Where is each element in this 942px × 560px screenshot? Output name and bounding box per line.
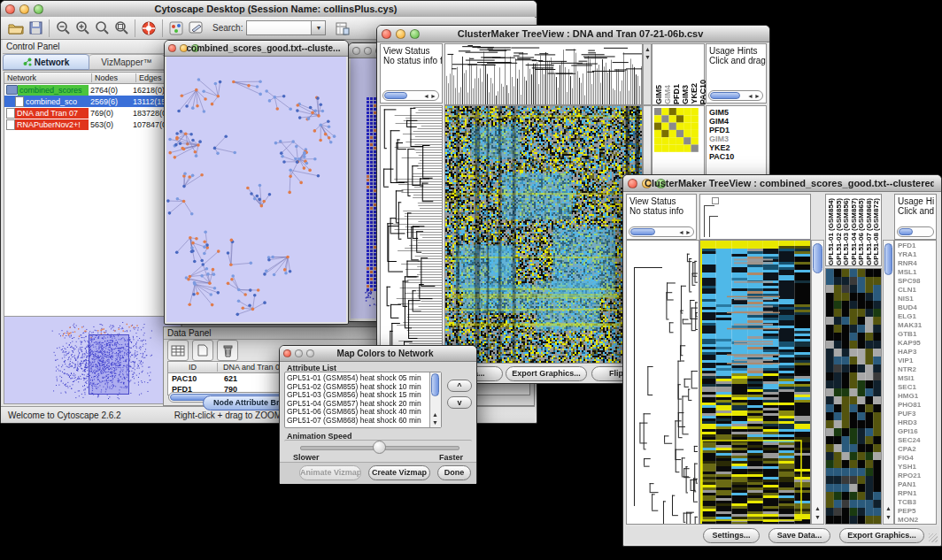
treeview1-column-dendrogram[interactable] — [444, 43, 643, 105]
treeview2-hints-scrollbar[interactable] — [897, 226, 934, 237]
attribute-list-item[interactable]: GPL51-04 (GSM857) heat shock 20 min — [287, 400, 429, 409]
scroll-down-icon[interactable]: ▼ — [645, 53, 651, 62]
gene-label[interactable]: HRD3 — [898, 418, 936, 427]
gene-label[interactable]: RPO21 — [898, 472, 936, 480]
gene-label[interactable]: NIS1 — [898, 295, 936, 303]
treeview1-mini-scroll[interactable]: ▲ ▼ — [643, 43, 652, 105]
gene-label[interactable]: PFD1 — [709, 126, 766, 134]
attribute-list-item[interactable]: GPL51-06 (GSM865) heat shock 40 min — [287, 408, 429, 417]
gene-label[interactable]: YRA1 — [898, 250, 936, 259]
minimize-icon[interactable] — [364, 47, 372, 55]
main-titlebar[interactable]: Cytoscape Desktop (Session Name: collins… — [1, 1, 537, 18]
treeview2-titlebar[interactable]: ClusterMaker TreeView : combined_scores_… — [623, 175, 941, 192]
scroll-down-icon[interactable]: ▼ — [432, 418, 438, 427]
scroll-up-icon[interactable]: ▲ — [885, 504, 892, 513]
birdseye-view[interactable] — [4, 316, 181, 404]
attribute-list-item[interactable]: GPL51-01 (GSM854) heat shock 05 min — [287, 374, 429, 383]
network-table-row[interactable]: combined_scores 2764(0) 16218(0) — [4, 84, 180, 96]
new-attribute-icon[interactable] — [192, 340, 213, 361]
animate-vizmap-button[interactable]: Animate Vizmap — [299, 465, 361, 480]
help-icon[interactable] — [139, 19, 158, 38]
dialog-titlebar[interactable]: Map Colors to Network — [280, 346, 476, 362]
network-table-row[interactable]: combined_sco 2569(6) 13112(15) — [4, 96, 180, 107]
gene-label[interactable]: PAC10 — [709, 152, 766, 161]
scroll-right-icon[interactable]: ► — [754, 92, 761, 101]
attribute-table-icon[interactable] — [167, 340, 189, 361]
gene-label[interactable]: YSH1 — [898, 463, 936, 472]
tab-network[interactable]: Network — [3, 54, 89, 70]
gene-label[interactable]: MSI1 — [898, 374, 936, 383]
gene-label[interactable]: PUF3 — [898, 410, 936, 418]
save-session-icon[interactable] — [26, 19, 45, 38]
treeview1-heatmap[interactable] — [444, 105, 643, 364]
speed-slider-thumb[interactable] — [373, 441, 386, 454]
gene-label[interactable]: MSL1 — [898, 268, 936, 277]
import-table-icon[interactable] — [333, 19, 352, 38]
search-dropdown-icon[interactable]: ▼ — [312, 20, 326, 35]
treeview2-heatmap[interactable] — [699, 240, 811, 525]
array-label[interactable]: GPL51-07 (GSM868) — [865, 198, 873, 265]
scroll-left-icon[interactable]: ◄ — [747, 92, 753, 101]
zoom-selected-icon[interactable] — [92, 19, 112, 38]
scroll-down-icon[interactable]: ▼ — [885, 513, 892, 522]
attribute-list-scrollbar[interactable]: ▲ ▼ — [429, 372, 441, 427]
scroll-right-icon[interactable]: ► — [430, 92, 436, 101]
gene-label[interactable]: MAK31 — [898, 321, 936, 330]
zoom-fit-icon[interactable] — [112, 19, 131, 38]
scroll-left-icon[interactable]: ◄ — [423, 92, 429, 101]
attribute-list-item[interactable]: GPL51-03 (GSM856) heat shock 15 min — [287, 391, 429, 400]
search-input[interactable] — [246, 20, 312, 35]
close-icon[interactable] — [168, 44, 176, 52]
annotation-tool-icon[interactable] — [186, 19, 205, 38]
gene-label[interactable]: TCB3 — [898, 498, 936, 507]
gene-label[interactable]: YKE2 — [709, 143, 766, 152]
array-label[interactable]: GPL51-08 (GSM872) — [872, 198, 880, 265]
gene-label[interactable]: HMG1 — [898, 392, 936, 401]
network1-canvas[interactable] — [166, 57, 346, 322]
treeview1-titlebar[interactable]: ClusterMaker TreeView : DNA and Tran 07-… — [377, 26, 769, 42]
network-table-header[interactable]: Network Nodes Edges — [4, 73, 180, 84]
array-label[interactable]: GPL51-03 (GSM856) — [842, 198, 850, 265]
array-label[interactable]: GPL51-01 (GSM854) — [827, 198, 835, 265]
gene-label[interactable]: PAN1 — [898, 480, 936, 489]
data-col-id[interactable]: ID — [168, 363, 218, 372]
array-label[interactable]: GPL51-06 (GSM865) — [857, 198, 865, 265]
network-table-row[interactable]: RNAPuberNov2+! 563(0) 107847(0) — [4, 119, 180, 130]
done-button[interactable]: Done — [437, 465, 471, 480]
zoom-in-icon[interactable] — [73, 19, 92, 38]
move-up-button[interactable]: ^ — [447, 380, 472, 392]
array-label[interactable]: GIM5 — [654, 85, 663, 104]
gene-label[interactable]: PFD1 — [898, 242, 936, 250]
settings-button[interactable]: Settings... — [703, 528, 760, 543]
gene-label[interactable]: GTB1 — [898, 330, 936, 339]
export-graphics-button[interactable]: Export Graphics... — [506, 366, 587, 381]
gene-label[interactable]: RPN1 — [898, 489, 936, 498]
gene-label[interactable]: FIG4 — [898, 454, 936, 463]
scroll-left-icon[interactable]: ◄ — [678, 228, 684, 237]
gene-label[interactable]: BUD4 — [898, 303, 936, 312]
scroll-down-icon[interactable]: ▼ — [815, 513, 821, 522]
save-data-button[interactable]: Save Data... — [768, 528, 830, 543]
gene-label[interactable]: PEP5 — [898, 507, 936, 516]
array-label[interactable]: GPL51-04 (GSM857) — [850, 198, 858, 265]
gene-label[interactable]: RNR4 — [898, 259, 936, 268]
gene-label[interactable]: CPA2 — [898, 445, 936, 454]
gene-label[interactable]: NTR2 — [898, 365, 936, 374]
gene-label[interactable]: GIM4 — [709, 117, 766, 126]
array-label[interactable]: GIM3 — [681, 85, 690, 104]
vizmapper-tool-icon[interactable] — [166, 19, 186, 38]
birdseye-viewport-rect[interactable] — [89, 334, 129, 395]
attribute-list-item[interactable]: GPL51-02 (GSM855) heat shock 10 min — [287, 383, 429, 392]
close-icon[interactable] — [283, 349, 291, 357]
network1-titlebar[interactable]: combined_scores_good.txt--cluste... — [165, 41, 348, 57]
move-down-button[interactable]: v — [447, 396, 472, 409]
delete-attribute-icon[interactable] — [217, 340, 238, 361]
gene-label[interactable]: VIP1 — [898, 357, 936, 365]
treeview2-zoom-heatmap[interactable] — [825, 268, 882, 525]
close-icon[interactable] — [382, 29, 391, 39]
gene-label[interactable]: PHO81 — [898, 401, 936, 410]
gene-label[interactable]: GIM3 — [709, 134, 766, 143]
tab-vizmapper[interactable]: VizMapper™ — [89, 54, 165, 70]
array-label[interactable]: YKE2 — [690, 83, 699, 104]
gene-label[interactable]: SEC24 — [898, 436, 936, 445]
